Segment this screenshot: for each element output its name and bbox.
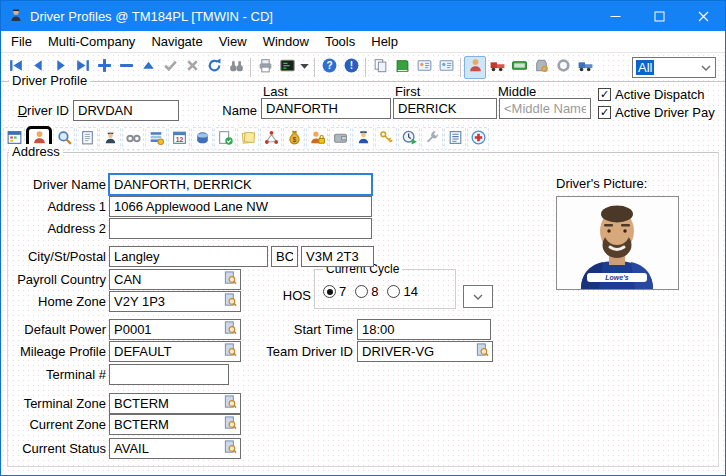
terminal-zone-field <box>109 393 241 414</box>
start-time-input[interactable] <box>357 319 491 340</box>
notes-icon <box>240 129 257 149</box>
clipboard-button[interactable] <box>76 127 98 150</box>
active-driver-pay-label: Active Driver Pay <box>615 105 715 120</box>
address-group: Address HOS Current Cycle 7814 Start Tim… <box>1 152 725 475</box>
menu-view[interactable]: View <box>211 31 255 52</box>
handcuffs-button[interactable] <box>122 127 144 150</box>
home-zone-label: Home Zone <box>1 294 106 309</box>
driver-id-input[interactable] <box>73 100 179 121</box>
network-button[interactable] <box>260 127 282 150</box>
id-card-button[interactable] <box>413 56 435 79</box>
collapse-up-button[interactable] <box>137 56 159 79</box>
remove-button[interactable] <box>115 56 137 79</box>
id-card-2-icon <box>438 57 455 77</box>
wallet-button[interactable] <box>329 127 351 150</box>
clock-play-icon <box>401 129 418 149</box>
network-icon <box>263 129 280 149</box>
binoculars-button[interactable] <box>225 56 247 79</box>
filter-combobox[interactable]: All <box>632 57 716 78</box>
tow-ring-icon <box>555 57 572 77</box>
add-icon <box>96 57 113 77</box>
money-bag-button[interactable]: $ <box>283 127 305 150</box>
document-check-icon <box>217 129 234 149</box>
menu-help[interactable]: Help <box>363 31 406 52</box>
mileage-profile-label: Mileage Profile <box>1 344 106 359</box>
current-status-field <box>109 438 241 459</box>
cancel-x-button[interactable] <box>181 56 203 79</box>
city-st-postal-city-input[interactable] <box>109 246 268 267</box>
print-button[interactable] <box>254 56 276 79</box>
id-card-2-button[interactable] <box>435 56 457 79</box>
calendar-12-button[interactable]: 12 <box>168 127 190 150</box>
notes-button[interactable] <box>237 127 259 150</box>
chauffeur-button[interactable] <box>99 127 121 150</box>
terminal-input[interactable] <box>109 364 229 385</box>
person-lock-button[interactable] <box>306 127 328 150</box>
copy-document-button[interactable] <box>369 56 391 79</box>
menu-tools[interactable]: Tools <box>317 31 363 52</box>
fuel-jug-button[interactable] <box>530 56 552 79</box>
book-button[interactable] <box>391 56 413 79</box>
officer-icon <box>355 129 372 149</box>
menu-file[interactable]: File <box>3 31 40 52</box>
driver-name-label: Driver Name <box>1 177 106 192</box>
officer-button[interactable] <box>352 127 374 150</box>
tractor-button[interactable] <box>486 56 508 79</box>
svg-text:Lowe's: Lowe's <box>605 274 629 281</box>
start-time-label: Start Time <box>248 322 353 337</box>
trailer-button[interactable] <box>508 56 530 79</box>
medical-cross-button[interactable] <box>467 127 489 150</box>
home-zone-lookup-button[interactable] <box>221 292 240 311</box>
current-zone-lookup-button[interactable] <box>221 415 240 434</box>
menu-navigate[interactable]: Navigate <box>143 31 210 52</box>
list-document-button[interactable] <box>444 127 466 150</box>
cycle-7-radio[interactable]: 7 <box>323 284 346 299</box>
driver-button[interactable] <box>464 56 486 79</box>
first-column-header: First <box>395 84 455 99</box>
save-check-button[interactable] <box>159 56 181 79</box>
team-driver-id-lookup-button[interactable] <box>473 342 492 361</box>
keys-icon <box>378 129 395 149</box>
city-st-postal-state-input[interactable] <box>271 246 298 267</box>
bin-button[interactable] <box>191 127 213 150</box>
cycle-14-radio[interactable]: 14 <box>387 284 417 299</box>
terminal-zone-lookup-button[interactable] <box>221 394 240 413</box>
active-dispatch-checkbox[interactable]: ✓ Active Dispatch <box>598 87 705 102</box>
console-button[interactable] <box>276 56 298 79</box>
cycle-8-radio[interactable]: 8 <box>355 284 378 299</box>
document-check-button[interactable] <box>214 127 236 150</box>
info-button[interactable]: ! <box>340 56 362 79</box>
carrier-button[interactable] <box>574 56 596 79</box>
minimize-button[interactable] <box>593 1 637 31</box>
money-bag-icon: $ <box>286 129 303 149</box>
address-2-input[interactable] <box>109 218 372 239</box>
mileage-profile-field <box>109 341 241 362</box>
address-1-input[interactable] <box>109 196 372 217</box>
hos-cycle-combobox[interactable] <box>463 285 493 308</box>
maximize-button[interactable] <box>637 1 681 31</box>
clock-play-button[interactable] <box>398 127 420 150</box>
first-name-input[interactable] <box>393 98 497 119</box>
keys-button[interactable] <box>375 127 397 150</box>
menu-multi-company[interactable]: Multi-Company <box>40 31 143 52</box>
refresh-button[interactable] <box>203 56 225 79</box>
menu-window[interactable]: Window <box>255 31 317 52</box>
last-name-input[interactable] <box>261 98 391 119</box>
current-status-label: Current Status <box>1 441 106 456</box>
city-st-postal-postal-input[interactable] <box>301 246 374 267</box>
payroll-country-lookup-button[interactable] <box>221 270 240 289</box>
help-button[interactable]: ? <box>318 56 340 79</box>
wrench-button[interactable] <box>421 127 443 150</box>
close-button[interactable] <box>681 1 725 31</box>
mileage-profile-lookup-button[interactable] <box>221 342 240 361</box>
pay-bars-icon <box>148 129 165 149</box>
active-driver-pay-checkbox[interactable]: ✓ Active Driver Pay <box>598 105 715 120</box>
add-button[interactable] <box>93 56 115 79</box>
default-power-lookup-button[interactable] <box>221 320 240 339</box>
pay-bars-button[interactable] <box>145 127 167 150</box>
tow-ring-button[interactable] <box>552 56 574 79</box>
current-status-lookup-button[interactable] <box>221 439 240 458</box>
driver-name-input[interactable] <box>109 174 372 195</box>
dropdown-arrow-button[interactable] <box>298 56 311 79</box>
middle-name-input[interactable] <box>499 98 591 119</box>
